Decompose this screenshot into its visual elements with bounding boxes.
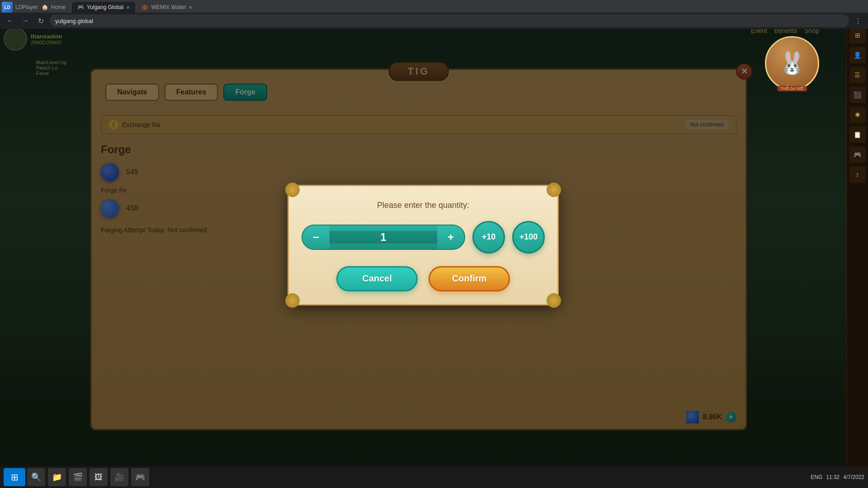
quantity-minus-button[interactable]: −	[302, 225, 330, 250]
corner-decoration-tr	[547, 183, 561, 197]
taskbar-search[interactable]: 🔍	[27, 468, 45, 486]
avatar-circle: 🐰	[765, 36, 819, 90]
corner-decoration-tl	[285, 183, 300, 197]
panel-icon-8[interactable]: ↕	[849, 166, 866, 183]
forward-button[interactable]: →	[19, 14, 32, 27]
taskbar-lang: ENG	[811, 474, 822, 480]
panel-icon-7[interactable]: 🎮	[849, 146, 866, 163]
modal-buttons: Cancel Confirm	[302, 266, 545, 291]
quantity-plus10-button[interactable]: +10	[472, 221, 505, 253]
extensions-button[interactable]: ⋮	[852, 14, 864, 27]
tab-wemix[interactable]: 💼 WEMIX Wallet ✕	[136, 2, 198, 13]
reload-button[interactable]: ↻	[34, 14, 47, 27]
taskbar-time: 11:32	[826, 474, 840, 480]
modal-overlay: Please enter the quantity: − 1 + +10 +10…	[0, 23, 846, 466]
tab-close-yulgang[interactable]: ✕	[126, 5, 130, 10]
browser-bar: LD LDPlayer 🏠 Home 🎮 Yulgang Global ✕ 💼 …	[0, 0, 868, 23]
quantity-row: − 1 + +10 +100	[302, 221, 545, 253]
panel-icon-5[interactable]: ✱	[849, 107, 866, 123]
confirm-button[interactable]: Confirm	[429, 266, 510, 291]
tab-close-wemix[interactable]: ✕	[189, 5, 192, 10]
taskbar-files[interactable]: 📁	[48, 468, 66, 486]
quantity-plus-button[interactable]: +	[437, 225, 464, 250]
ldplayer-branding: LD LDPlayer	[2, 2, 38, 13]
taskbar: ⊞ 🔍 📁 🎬 🖼 🎥 🎮 ENG 11:32 4/7/2022	[0, 466, 868, 488]
panel-icon-1[interactable]: ⊞	[849, 27, 866, 43]
back-button[interactable]: ←	[4, 14, 16, 27]
home-icon: 🏠	[42, 4, 48, 10]
avatar-label: THỎ GÀ MỜ	[778, 86, 807, 91]
ldplayer-name: LDPlayer	[15, 4, 38, 10]
taskbar-icons: 🔍 📁 🎬 🖼 🎥 🎮	[27, 468, 809, 486]
corner-decoration-br	[547, 293, 561, 308]
quantity-display: 1	[330, 231, 437, 244]
taskbar-pr[interactable]: 🎥	[110, 468, 128, 486]
taskbar-game[interactable]: 🎮	[131, 468, 149, 486]
right-side-panel: ⊞ 👤 ☰ ⬛ ✱ 📋 🎮 ↕	[846, 23, 868, 466]
tab-home[interactable]: 🏠 Home	[36, 2, 71, 13]
start-button[interactable]: ⊞	[4, 468, 25, 486]
taskbar-ps[interactable]: 🖼	[90, 468, 108, 486]
game-window: thanxaolon 2960D/2960D MainLevel Up Reac…	[0, 23, 846, 466]
taskbar-right: ENG 11:32 4/7/2022	[811, 474, 864, 480]
corner-decoration-bl	[285, 293, 300, 308]
cancel-button[interactable]: Cancel	[336, 266, 418, 291]
taskbar-date: 4/7/2022	[843, 474, 864, 480]
wemix-icon: 💼	[142, 4, 148, 10]
modal-title: Please enter the quantity:	[302, 201, 545, 210]
panel-icon-2[interactable]: 👤	[849, 47, 866, 63]
yulgang-icon: 🎮	[77, 4, 84, 10]
panel-icon-3[interactable]: ☰	[849, 67, 866, 83]
quantity-modal: Please enter the quantity: − 1 + +10 +10…	[288, 185, 559, 305]
tab-yulgang[interactable]: 🎮 Yulgang Global ✕	[72, 2, 135, 13]
browser-toolbar: ← → ↻ ⋮	[0, 13, 868, 29]
taskbar-ae[interactable]: 🎬	[69, 468, 87, 486]
top-right-avatar-container: 🐰 THỎ GÀ MỜ	[765, 36, 819, 90]
panel-icon-6[interactable]: 📋	[849, 127, 866, 143]
panel-icon-4[interactable]: ⬛	[849, 87, 866, 103]
ldplayer-logo: LD	[2, 2, 13, 13]
address-bar[interactable]	[50, 14, 849, 27]
quantity-stepper: − 1 +	[302, 225, 465, 250]
quantity-plus100-button[interactable]: +100	[512, 221, 545, 253]
tab-bar: 🏠 Home 🎮 Yulgang Global ✕ 💼 WEMIX Wallet…	[0, 0, 868, 13]
